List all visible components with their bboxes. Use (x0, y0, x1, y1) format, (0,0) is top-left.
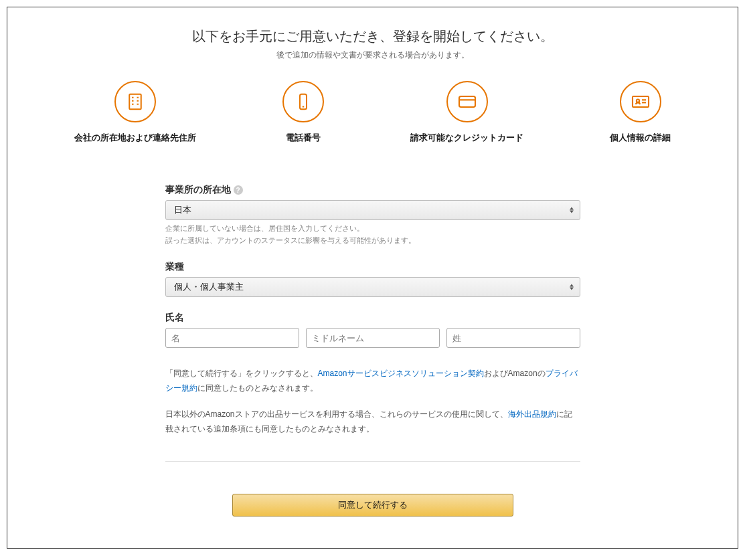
field-industry: 業種 個人・個人事業主 (165, 261, 580, 297)
agree-continue-button[interactable]: 同意して続行する (232, 494, 513, 517)
svg-rect-0 (129, 94, 141, 110)
header: 以下をお手元にご用意いただき、登録を開始してください。 後で追加の情報や文書が要… (21, 27, 724, 61)
phone-icon (282, 81, 324, 122)
requirements-row: 会社の所在地および連絡先住所 電話番号 請求可能なクレジットカード (21, 81, 724, 144)
building-icon (114, 81, 156, 122)
step-personal-info: 個人情報の詳細 (610, 81, 671, 144)
industry-label: 業種 (165, 261, 580, 273)
help-icon[interactable]: ? (234, 185, 243, 195)
registration-panel: 以下をお手元にご用意いただき、登録を開始してください。 後で追加の情報や文書が要… (7, 7, 738, 549)
overseas-listing-terms-link[interactable]: 海外出品規約 (508, 409, 556, 419)
step-label: 請求可能なクレジットカード (410, 132, 523, 144)
id-card-icon (620, 81, 661, 122)
step-label: 会社の所在地および連絡先住所 (74, 132, 196, 144)
last-name-input[interactable] (446, 328, 580, 348)
name-label: 氏名 (165, 312, 580, 324)
industry-select[interactable]: 個人・個人事業主 (165, 277, 580, 297)
credit-card-icon (446, 81, 488, 122)
business-solution-agreement-link[interactable]: Amazonサービスビジネスソリューション契約 (318, 369, 484, 378)
field-name: 氏名 (165, 312, 580, 348)
middle-name-input[interactable] (306, 328, 440, 348)
page-subtitle: 後で追加の情報や文書が要求される場合があります。 (21, 50, 724, 61)
step-label: 電話番号 (286, 132, 321, 144)
business-location-hint: 企業に所属していない場合は、居住国を入力してください。 誤った選択は、アカウント… (165, 223, 580, 246)
form-area: 事業所の所在地 ? 日本 企業に所属していない場合は、居住国を入力してください。… (165, 184, 580, 517)
field-business-location: 事業所の所在地 ? 日本 企業に所属していない場合は、居住国を入力してください。… (165, 184, 580, 246)
first-name-input[interactable] (165, 328, 299, 348)
divider (165, 461, 580, 462)
terms-text: 「同意して続行する」をクリックすると、Amazonサービスビジネスソリューション… (165, 367, 580, 436)
step-credit-card: 請求可能なクレジットカード (410, 81, 523, 144)
svg-rect-11 (633, 96, 649, 107)
svg-point-12 (636, 100, 639, 102)
step-business-location: 会社の所在地および連絡先住所 (74, 81, 196, 144)
business-location-label: 事業所の所在地 ? (165, 184, 580, 196)
step-label: 個人情報の詳細 (610, 132, 671, 144)
page-title: 以下をお手元にご用意いただき、登録を開始してください。 (21, 27, 724, 45)
svg-rect-9 (459, 96, 475, 107)
step-phone: 電話番号 (282, 81, 324, 144)
business-location-select[interactable]: 日本 (165, 200, 580, 220)
